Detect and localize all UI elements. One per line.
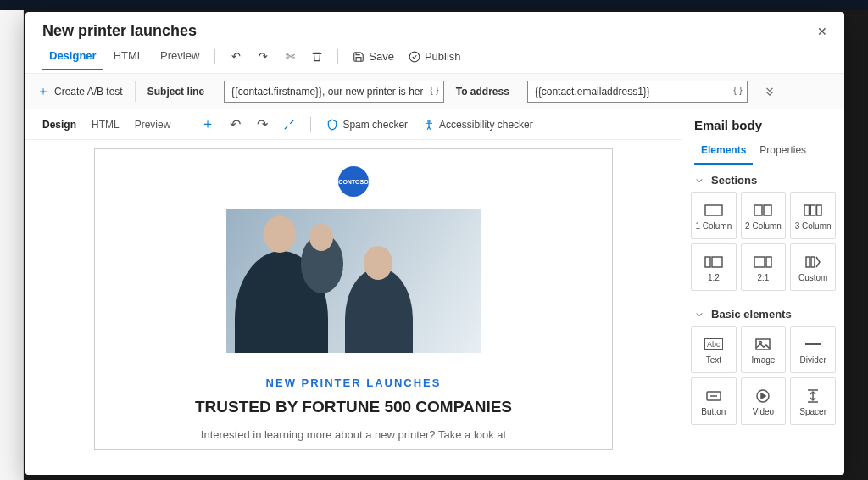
ab-label: Create A/B test [54,86,123,98]
custom-icon [805,253,821,271]
tab-preview[interactable]: Preview [153,42,206,70]
scissors-icon: ✄ [283,50,297,64]
svg-point-1 [428,120,430,121]
element-divider[interactable]: Divider [790,326,836,373]
create-ab-test-button[interactable]: ＋ Create A/B test [37,84,123,99]
tab-designer[interactable]: Designer [42,42,103,70]
chevron-down-icon [694,176,704,186]
add-element-button[interactable]: ＋ [197,114,219,136]
column-3-icon [804,201,822,220]
spacer-icon [807,387,819,405]
redo-button[interactable]: ↷ [251,47,275,67]
cut-button[interactable]: ✄ [278,47,302,67]
delete-button[interactable] [305,47,329,67]
email-canvas[interactable]: CONTOSO NEW PRINTER LAUNCHES TRUSTED BY … [25,140,682,475]
spam-checker-label: Spam checker [342,119,408,131]
save-icon [352,50,365,64]
element-image[interactable]: Image [741,326,787,373]
section-2-1[interactable]: 2:1 [741,243,787,291]
hero-image [226,209,481,353]
svg-rect-8 [705,257,710,267]
publish-label: Publish [425,50,461,63]
email-frame: CONTOSO NEW PRINTER LAUNCHES TRUSTED BY … [94,148,613,450]
subject-label: Subject line [147,86,212,98]
email-config-row: ＋ Create A/B test Subject line { } To ad… [25,74,844,109]
svg-rect-3 [754,205,762,215]
save-label: Save [369,50,394,63]
undo-icon: ↶ [229,50,242,64]
svg-rect-12 [806,257,810,267]
canvas-tab-html[interactable]: HTML [86,115,125,134]
canvas-undo-button[interactable]: ↶ [224,114,246,136]
undo-button[interactable]: ↶ [224,47,248,67]
svg-rect-14 [756,339,770,349]
to-input[interactable] [527,81,748,103]
svg-rect-7 [817,205,822,215]
image-icon [755,335,771,354]
expand-config-button[interactable] [760,81,780,102]
column-2-1-icon [754,253,772,271]
plus-icon: ＋ [37,84,49,99]
element-button[interactable]: Button [691,377,737,425]
email-eyebrow: NEW PRINTER LAUNCHES [95,377,612,389]
accessibility-checker-label: Accessibility checker [439,119,533,131]
column-2-icon [754,201,772,220]
canvas-redo-button[interactable]: ↷ [251,114,273,136]
svg-rect-4 [764,205,771,215]
canvas-tab-design[interactable]: Design [37,115,81,134]
sections-header[interactable]: Sections [682,165,844,192]
element-text[interactable]: AbcText [691,326,737,373]
svg-rect-5 [804,205,810,215]
panel-tab-elements[interactable]: Elements [694,139,753,165]
text-icon: Abc [704,335,723,354]
panel-tab-properties[interactable]: Properties [753,139,813,165]
subject-input[interactable] [224,81,444,103]
video-icon [756,387,770,405]
check-circle-icon [408,50,421,64]
element-spacer[interactable]: Spacer [790,377,836,425]
svg-rect-9 [712,257,722,267]
page-title: New printer launches [42,22,197,40]
section-1-2[interactable]: 1:2 [691,243,737,291]
accessibility-checker-button[interactable]: Accessibility checker [418,119,538,131]
elements-panel: Email body Elements Properties Sections … [682,109,844,475]
token-icon[interactable]: { } [430,85,438,95]
svg-point-0 [409,52,420,62]
email-headline: TRUSTED BY FORTUNE 500 COMPANIES [95,398,612,416]
column-1-2-icon [704,253,723,271]
expand-canvas-button[interactable] [278,114,300,136]
divider-icon [805,335,821,354]
save-button[interactable]: Save [347,47,399,67]
section-custom[interactable]: Custom [790,243,836,291]
tab-html[interactable]: HTML [107,42,150,70]
column-1-icon [704,201,723,220]
chevron-down-icon [694,310,704,320]
svg-rect-11 [766,257,771,267]
app-nav-sidebar [0,10,24,480]
svg-rect-10 [754,257,765,267]
canvas-tab-preview[interactable]: Preview [130,115,176,134]
svg-rect-2 [705,205,722,215]
trash-icon [310,50,324,64]
section-2-column[interactable]: 2 Column [741,192,787,239]
panel-title: Email body [682,109,844,139]
accessibility-icon [423,119,435,131]
close-icon[interactable]: ✕ [817,25,827,38]
redo-icon: ↷ [256,50,270,64]
section-3-column[interactable]: 3 Column [790,192,836,239]
svg-rect-13 [811,257,815,267]
to-label: To address [456,86,515,98]
button-icon [706,387,721,405]
email-lead: Interested in learning more about a new … [95,428,612,441]
basic-elements-header[interactable]: Basic elements [682,299,844,326]
app-top-bar [0,0,868,10]
brand-logo: CONTOSO [338,166,369,197]
main-tab-bar: Designer HTML Preview ↶ ↷ ✄ Save Publish [25,40,844,74]
element-video[interactable]: Video [741,377,787,425]
email-designer-modal: New printer launches ✕ Designer HTML Pre… [25,12,844,475]
svg-point-15 [760,341,762,343]
publish-button[interactable]: Publish [403,47,466,67]
spam-checker-button[interactable]: Spam checker [321,119,413,131]
token-icon[interactable]: { } [733,85,742,95]
section-1-column[interactable]: 1 Column [691,192,737,239]
